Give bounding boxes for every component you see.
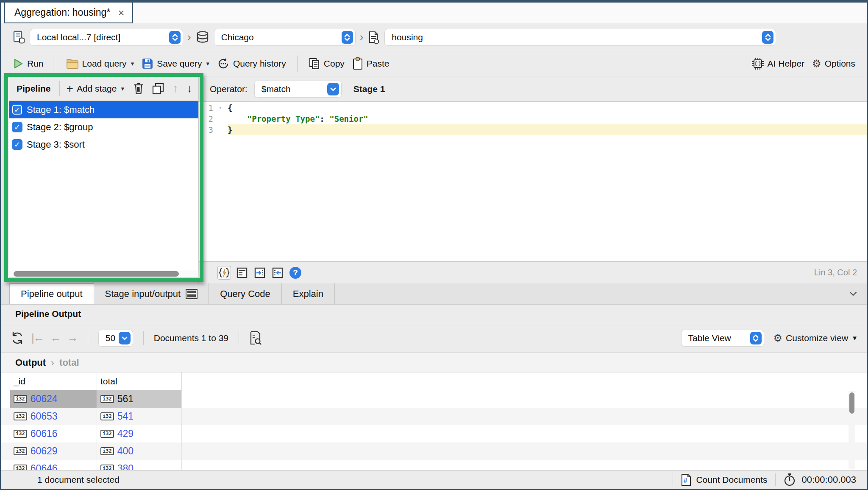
caret-down-icon: ▼ bbox=[851, 334, 858, 342]
paste-button[interactable]: Paste bbox=[351, 56, 390, 72]
move-stage-down-icon[interactable]: ↓ bbox=[187, 83, 193, 94]
int32-type-icon: i32 bbox=[100, 395, 114, 403]
column-header-id[interactable]: _id bbox=[10, 372, 97, 390]
ai-helper-button[interactable]: AI Helper bbox=[751, 56, 806, 72]
save-query-button[interactable]: Save query ▾ bbox=[141, 56, 210, 71]
indent-button[interactable] bbox=[253, 266, 267, 280]
database-icon bbox=[195, 31, 210, 44]
stage-checkbox[interactable]: ✓ bbox=[12, 122, 22, 132]
tab-stage-input-output[interactable]: Stage input/output bbox=[94, 283, 209, 304]
horizontal-scrollbar[interactable] bbox=[9, 270, 199, 278]
run-button[interactable]: Run bbox=[12, 56, 45, 71]
vertical-scrollbar[interactable] bbox=[849, 391, 855, 469]
prev-page-button[interactable]: ← bbox=[50, 331, 61, 344]
gear-icon: ⚙ bbox=[773, 332, 783, 344]
cell-value[interactable]: 60646 bbox=[31, 463, 58, 470]
stage-item-3[interactable]: ✓ Stage 3: $sort bbox=[9, 136, 198, 153]
tab-query-code[interactable]: Query Code bbox=[209, 283, 282, 304]
scrollbar-thumb[interactable] bbox=[849, 392, 854, 414]
cell-value[interactable]: 541 bbox=[117, 411, 134, 422]
tab-explain[interactable]: Explain bbox=[282, 283, 335, 304]
next-page-button[interactable]: → bbox=[67, 331, 78, 344]
options-button[interactable]: ⚙ Options bbox=[811, 56, 856, 71]
cell-value[interactable]: 429 bbox=[117, 428, 134, 440]
refresh-icon[interactable] bbox=[10, 330, 25, 346]
main-toolbar: Run Load query ▾ Save query ▾ Query hist… bbox=[1, 51, 867, 76]
table-row[interactable]: i3260624 i32561 bbox=[1, 390, 867, 408]
load-query-button[interactable]: Load query ▾ bbox=[65, 56, 135, 71]
paste-icon bbox=[352, 57, 363, 70]
stage-code-editor[interactable]: 1 ▾ { 2 "Property Type": "Senior" 3 } bbox=[199, 102, 867, 261]
line-number: 2 bbox=[199, 113, 213, 124]
pipeline-panel-header: Pipeline + Add stage ▾ ↑ ↓ bbox=[9, 76, 199, 101]
collection-select-value: housing bbox=[392, 32, 423, 42]
database-select-value: Chicago bbox=[221, 32, 254, 42]
align-text-button[interactable] bbox=[235, 266, 249, 280]
cell-value[interactable]: 400 bbox=[117, 445, 134, 457]
document-search-icon[interactable] bbox=[249, 331, 262, 345]
breadcrumb-leaf[interactable]: total bbox=[59, 357, 79, 368]
cell-value[interactable]: 380 bbox=[117, 463, 134, 470]
view-mode-select[interactable]: Table View bbox=[681, 330, 764, 347]
collapse-panel-icon[interactable] bbox=[849, 283, 858, 304]
int32-type-icon: i32 bbox=[14, 447, 27, 455]
stage-item-1[interactable]: ✓ Stage 1: $match bbox=[9, 101, 198, 118]
query-history-button[interactable]: Query history bbox=[216, 56, 287, 72]
stage-item-2[interactable]: ✓ Stage 2: $group bbox=[9, 118, 198, 136]
document-tabbar: Aggregation: housing* × bbox=[1, 3, 867, 23]
duplicate-stage-icon[interactable] bbox=[152, 83, 164, 95]
int32-type-icon: i32 bbox=[100, 447, 114, 455]
table-row[interactable]: i3260629 i32400 bbox=[1, 442, 867, 460]
code-line-2: 2 "Property Type": "Senior" bbox=[199, 113, 867, 124]
cell-value[interactable]: 60616 bbox=[31, 428, 58, 440]
connection-select[interactable]: Local local...7 [direct] bbox=[30, 29, 183, 46]
outdent-button[interactable] bbox=[271, 266, 284, 280]
statusbar-separator bbox=[673, 473, 673, 486]
help-button[interactable]: ? bbox=[289, 266, 302, 280]
close-icon[interactable]: × bbox=[118, 7, 124, 18]
plus-icon: + bbox=[67, 82, 73, 95]
operator-select[interactable]: $match bbox=[254, 81, 342, 98]
collection-select[interactable]: housing bbox=[384, 29, 776, 46]
stage-checkbox[interactable]: ✓ bbox=[12, 139, 22, 150]
scrollbar-thumb[interactable] bbox=[14, 271, 179, 277]
code-text: { bbox=[228, 102, 867, 113]
output-breadcrumb: Output › total bbox=[1, 353, 867, 372]
delete-stage-icon[interactable] bbox=[134, 83, 144, 95]
breadcrumb-separator: › bbox=[187, 31, 191, 44]
cell-value[interactable]: 60653 bbox=[31, 411, 58, 422]
operator-select-value: $match bbox=[262, 84, 291, 94]
add-stage-button[interactable]: + Add stage ▾ bbox=[67, 82, 124, 95]
stage-list: ✓ Stage 1: $match ✓ Stage 2: $group ✓ St… bbox=[9, 101, 199, 270]
move-stage-up-icon[interactable]: ↑ bbox=[172, 83, 178, 94]
format-code-button[interactable] bbox=[217, 266, 231, 280]
int32-type-icon: i32 bbox=[14, 412, 27, 420]
customize-view-button[interactable]: ⚙ Customize view ▼ bbox=[773, 332, 858, 344]
cursor-position-label: Lin 3, Col 2 bbox=[814, 268, 857, 277]
tab-pipeline-output[interactable]: Pipeline output bbox=[9, 283, 94, 304]
table-row[interactable]: i3260653 i32541 bbox=[1, 408, 867, 425]
page-size-select[interactable]: 50 bbox=[98, 330, 133, 347]
fold-toggle-icon[interactable]: ▾ bbox=[213, 102, 228, 113]
column-header-total[interactable]: total bbox=[97, 372, 182, 390]
count-documents-button[interactable]: # Count Documents bbox=[681, 473, 767, 486]
table-row[interactable]: i3260646 i32380 bbox=[1, 460, 867, 470]
breadcrumb-root[interactable]: Output bbox=[15, 357, 46, 368]
updown-chevron-icon bbox=[750, 332, 762, 344]
int32-type-icon: i32 bbox=[100, 430, 114, 438]
cell-value[interactable]: 60624 bbox=[31, 393, 58, 405]
table-row[interactable]: i3260616 i32429 bbox=[1, 425, 867, 442]
toolbar-separator bbox=[88, 331, 88, 345]
dropdown-caret-icon: ▾ bbox=[206, 60, 209, 67]
stopwatch-icon bbox=[783, 473, 796, 487]
updown-chevron-icon bbox=[762, 31, 773, 44]
first-page-button[interactable]: |← bbox=[31, 331, 44, 344]
stage-checkbox[interactable]: ✓ bbox=[12, 104, 22, 115]
tab-aggregation-housing[interactable]: Aggregation: housing* × bbox=[4, 3, 133, 23]
cell-value[interactable]: 561 bbox=[117, 393, 134, 405]
copy-button[interactable]: Copy bbox=[308, 56, 345, 72]
line-number: 1 bbox=[199, 102, 213, 113]
cell-value[interactable]: 60629 bbox=[31, 445, 58, 457]
database-select[interactable]: Chicago bbox=[214, 29, 356, 46]
stage-label: Stage 1: $match bbox=[27, 104, 95, 115]
